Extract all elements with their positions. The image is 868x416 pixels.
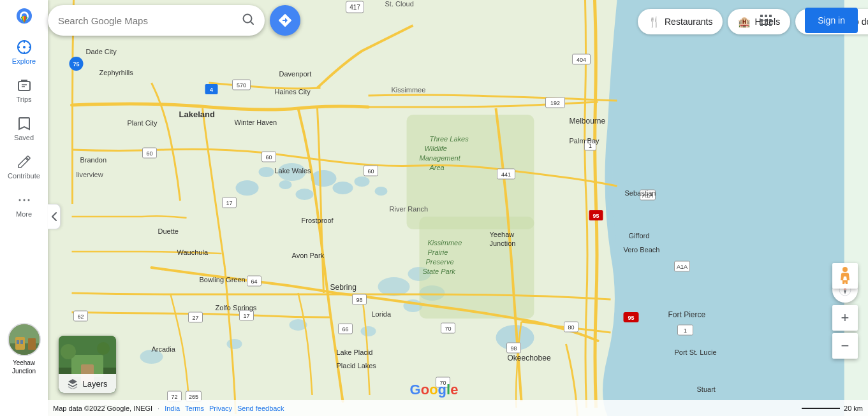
svg-rect-157 [769, 24, 772, 26]
svg-text:95: 95 [592, 213, 599, 219]
svg-rect-154 [769, 19, 772, 22]
avatar-label: Yeehaw Junction [3, 359, 45, 375]
svg-text:Lake Placid: Lake Placid [337, 348, 373, 356]
explore-icon [17, 39, 32, 55]
svg-text:Three Lakes: Three Lakes [430, 135, 469, 143]
search-icon[interactable] [242, 13, 254, 29]
svg-text:Area: Area [429, 164, 445, 171]
svg-text:Port St. Lucie: Port St. Lucie [675, 348, 717, 356]
terms-link[interactable]: Terms [185, 405, 204, 412]
svg-text:Junction: Junction [490, 240, 516, 247]
svg-point-161 [61, 344, 76, 359]
pegman-button[interactable] [832, 263, 858, 289]
sidebar-item-more[interactable]: More [0, 186, 48, 224]
svg-text:Wildlife: Wildlife [425, 145, 447, 152]
svg-text:River Ranch: River Ranch [390, 205, 429, 213]
collapse-sidebar-button[interactable] [48, 204, 61, 229]
layers-thumbnail[interactable]: Layers [59, 336, 116, 393]
svg-text:60: 60 [367, 168, 374, 175]
svg-text:570: 570 [237, 82, 246, 89]
svg-rect-151 [769, 15, 772, 17]
zoom-out-button[interactable]: − [832, 333, 858, 359]
svg-rect-152 [760, 19, 763, 22]
avatar-image [8, 323, 41, 356]
send-feedback-link[interactable]: Send feedback [237, 405, 284, 412]
svg-text:St. Cloud: St. Cloud [385, 0, 414, 8]
zoom-in-button[interactable]: + [832, 305, 858, 331]
location-avatar[interactable]: Yeehaw Junction [0, 320, 48, 378]
explore-label: Explore [12, 57, 36, 65]
map-data-text: Map data ©2022 Google, INEGI [53, 405, 152, 412]
svg-text:Palm Bay: Palm Bay [570, 137, 600, 145]
filter-chips: 🍴 Restaurants 🏨 Hotels 🎯 Things to do 🏛 … [344, 9, 868, 34]
svg-point-5 [296, 189, 314, 200]
india-link[interactable]: India [165, 405, 180, 412]
svg-text:Davenport: Davenport [279, 70, 312, 78]
sidebar-item-contribute[interactable]: Contribute [0, 148, 48, 186]
svg-text:Haines City: Haines City [275, 88, 311, 96]
svg-text:441: 441 [501, 171, 511, 178]
svg-text:Sebastian: Sebastian [625, 189, 656, 197]
svg-text:Melbourne: Melbourne [570, 117, 606, 126]
sign-in-button[interactable]: Sign in [805, 8, 858, 33]
sidebar-item-trips[interactable]: Trips [0, 71, 48, 110]
svg-rect-146 [20, 340, 23, 344]
svg-text:Wauchula: Wauchula [177, 248, 209, 256]
svg-point-9 [375, 187, 388, 196]
svg-text:404: 404 [577, 57, 586, 63]
map-controls: + − [832, 277, 858, 359]
svg-text:Okeechobee: Okeechobee [508, 354, 551, 362]
trips-label: Trips [16, 96, 31, 103]
svg-text:Zephyrhills: Zephyrhills [99, 69, 134, 76]
svg-point-3 [259, 167, 274, 177]
svg-text:liverview: liverview [77, 171, 103, 178]
svg-text:Lake Wales: Lake Wales [275, 167, 312, 175]
sidebar-item-explore[interactable]: Explore [0, 33, 48, 71]
svg-rect-149 [760, 15, 763, 17]
svg-text:4: 4 [210, 87, 213, 93]
svg-text:Gifford: Gifford [629, 232, 650, 240]
svg-point-130 [23, 46, 26, 48]
more-label: More [16, 210, 32, 218]
svg-rect-156 [765, 24, 767, 26]
saved-label: Saved [14, 134, 34, 141]
svg-text:Bowling Green: Bowling Green [200, 276, 246, 283]
svg-text:Winter Haven: Winter Haven [235, 118, 277, 126]
svg-text:Yeehaw: Yeehaw [490, 231, 515, 238]
apps-button[interactable] [753, 8, 779, 33]
svg-text:60: 60 [265, 154, 272, 161]
svg-point-17 [227, 339, 242, 349]
svg-text:Kissimmee: Kissimmee [428, 239, 462, 247]
restaurants-icon: 🍴 [648, 16, 661, 28]
directions-button[interactable] [270, 5, 300, 36]
svg-text:Frostproof: Frostproof [302, 217, 334, 224]
scale-label: 20 km [844, 405, 863, 412]
svg-rect-145 [17, 340, 19, 344]
search-box[interactable] [48, 5, 265, 36]
svg-text:60: 60 [146, 150, 152, 157]
svg-text:State Park: State Park [423, 268, 456, 275]
svg-point-140 [27, 199, 29, 201]
privacy-link[interactable]: Privacy [209, 405, 232, 412]
contribute-label: Contribute [8, 172, 40, 180]
svg-point-8 [355, 176, 370, 187]
svg-text:66: 66 [342, 326, 348, 333]
sidebar-item-saved[interactable]: Saved [0, 110, 48, 148]
svg-text:80: 80 [568, 324, 574, 331]
layers-text: Layers [82, 379, 107, 389]
search-input[interactable] [58, 15, 235, 26]
chip-restaurants[interactable]: 🍴 Restaurants [638, 9, 723, 34]
svg-text:Plant City: Plant City [128, 119, 158, 127]
svg-point-165 [842, 267, 848, 272]
svg-text:72: 72 [171, 394, 177, 400]
google-maps-logo [13, 6, 36, 29]
svg-point-138 [18, 199, 20, 201]
svg-text:Dade City: Dade City [86, 48, 117, 55]
svg-text:62: 62 [77, 313, 84, 320]
attribution-bar: Map data ©2022 Google, INEGI · India Ter… [48, 400, 868, 416]
map[interactable]: 417 75 4 570 192 404 1 95 441 60 60 17 [0, 0, 868, 416]
svg-text:1: 1 [684, 327, 687, 334]
svg-line-148 [251, 21, 254, 24]
layers-label: Layers [59, 374, 116, 393]
top-bar [48, 5, 300, 36]
